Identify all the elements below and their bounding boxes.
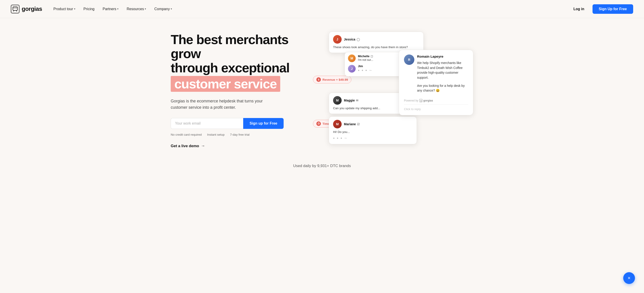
chevron-down-icon-4: ▾ xyxy=(171,8,172,11)
hero-right: $ Revenue + $49.99 ⏱ Time: 4min35 J Jess… xyxy=(306,32,473,149)
agent-avatar: R xyxy=(404,55,414,65)
nav-item-company[interactable]: Company ▾ xyxy=(151,5,175,13)
navbar-right: Log in Sign Up for Free xyxy=(569,4,633,14)
logo-text: gorgias xyxy=(22,6,42,13)
powered-by-text: Powered by xyxy=(404,99,418,102)
click-to-reply-text: Click to reply xyxy=(404,107,421,111)
maggie-avatar: M xyxy=(333,96,342,105)
michelle-avatar: M xyxy=(348,55,356,62)
nav-label-company: Company xyxy=(154,7,170,11)
hero-email-form: Sign up for Free xyxy=(171,118,284,129)
close-icon: × xyxy=(628,275,631,281)
chat-area: $ Revenue + $49.99 ⏱ Time: 4min35 J Jess… xyxy=(306,32,473,149)
footer-band: Used daily by 9,931+ DTC brands xyxy=(0,158,644,175)
hero-left: The best merchants grow through exceptio… xyxy=(171,33,297,148)
nav-item-product-tour[interactable]: Product tour ▾ xyxy=(50,5,78,13)
chat-icon: ◻ xyxy=(370,55,373,58)
gorgias-bot-row: • • • ~ xyxy=(333,136,412,141)
nav-label-pricing: Pricing xyxy=(84,7,94,11)
mariane-user-row: M Mariane ☑ xyxy=(333,120,412,128)
chevron-down-icon-3: ▾ xyxy=(145,8,146,11)
demo-link[interactable]: Get a live demo → xyxy=(171,144,297,148)
clock-icon: ⏱ xyxy=(316,121,321,126)
jim-dots: • • • ~ xyxy=(358,68,372,73)
note-no-credit: No credit card required xyxy=(171,133,202,136)
mariane-name: Mariane ☑ xyxy=(344,122,360,126)
headline-line2: through exceptional xyxy=(171,60,290,75)
jim-name: Jim xyxy=(358,65,372,68)
michelle-name: Michelle ◻ xyxy=(358,55,373,58)
jessica-avatar: J xyxy=(333,35,342,44)
agent-message1: We help Shopify merchants like Timbuk2 a… xyxy=(417,61,468,80)
headline-line1: The best merchants grow xyxy=(171,32,288,61)
jim-row: J Jim • • • ~ xyxy=(348,65,407,73)
gorgias-logo-small: g gorgias xyxy=(419,99,433,102)
email-icon: ✉ xyxy=(356,99,358,102)
headline-highlight: customer service xyxy=(171,76,280,92)
dollar-icon: $ xyxy=(316,77,321,82)
powered-by-row: Powered by g gorgias xyxy=(404,99,468,102)
mariane-card: M Mariane ☑ Hi! Do you... • • • ~ xyxy=(329,116,417,144)
jessica-user-row: J Jessica ◯ xyxy=(333,35,419,44)
nav-item-resources[interactable]: Resources ▾ xyxy=(124,5,149,13)
close-float-button[interactable]: × xyxy=(623,272,635,284)
michelle-row: M Michelle ◻ I'm not sur... xyxy=(348,55,407,62)
nav-signup-button[interactable]: Sign Up for Free xyxy=(592,4,633,14)
nav-links: Product tour ▾ Pricing Partners ▾ Resour… xyxy=(50,5,175,13)
maggie-name: Maggie ✉ xyxy=(344,99,358,102)
note-instant-setup: Instant setup xyxy=(207,133,224,136)
agent-panel: R Romain Lapeyre We help Shopify merchan… xyxy=(399,50,473,115)
hero-headline: The best merchants grow through exceptio… xyxy=(171,33,297,92)
nav-item-partners[interactable]: Partners ▾ xyxy=(99,5,122,13)
login-button[interactable]: Log in xyxy=(569,5,589,13)
note-trial: 7-day free trial xyxy=(230,133,250,136)
email-input[interactable] xyxy=(171,118,243,129)
mariane-message: Hi! Do you... xyxy=(333,130,412,134)
gorgias-g-icon: g xyxy=(419,99,422,102)
reply-area[interactable]: Click to reply xyxy=(404,104,468,111)
jim-avatar: J xyxy=(348,65,356,73)
demo-link-text: Get a live demo xyxy=(171,144,199,148)
navbar: gorgias Product tour ▾ Pricing Partners … xyxy=(0,0,644,18)
chevron-down-icon-2: ▾ xyxy=(117,8,118,11)
svg-rect-0 xyxy=(13,7,18,11)
instagram-icon: ◯ xyxy=(356,38,360,41)
arrow-right-icon: → xyxy=(201,144,205,148)
chevron-down-icon: ▾ xyxy=(74,8,76,11)
agent-message2: Are you looking for a help desk by any c… xyxy=(417,83,468,93)
nav-label-product-tour: Product tour xyxy=(53,7,73,11)
nav-label-resources: Resources xyxy=(127,7,144,11)
agent-name: Romain Lapeyre xyxy=(417,55,468,58)
revenue-badge-text: Revenue + $49.99 xyxy=(322,78,348,81)
hero-signup-button[interactable]: Sign up for Free xyxy=(243,118,284,129)
form-notes: No credit card required Instant setup 7-… xyxy=(171,133,297,136)
navbar-left: gorgias Product tour ▾ Pricing Partners … xyxy=(11,5,175,13)
michelle-message: I'm not sur... xyxy=(358,58,373,62)
revenue-badge: $ Revenue + $49.99 xyxy=(313,76,351,83)
logo-icon xyxy=(11,5,20,13)
jessica-name: Jessica ◯ xyxy=(344,38,360,41)
jessica-message: These shoes look amazing, do you have th… xyxy=(333,45,419,50)
mariane-avatar: M xyxy=(333,120,342,128)
nav-item-pricing[interactable]: Pricing xyxy=(80,5,98,13)
nav-label-partners: Partners xyxy=(102,7,116,11)
hero-subheadline: Gorgias is the ecommerce helpdesk that t… xyxy=(171,98,279,111)
hero-section: The best merchants grow through exceptio… xyxy=(153,18,491,158)
chat-circle-icon: ☑ xyxy=(357,123,360,126)
footer-band-text: Used daily by 9,931+ DTC brands xyxy=(293,164,351,168)
logo[interactable]: gorgias xyxy=(11,5,42,13)
bot-dots: • • • ~ xyxy=(333,136,412,141)
